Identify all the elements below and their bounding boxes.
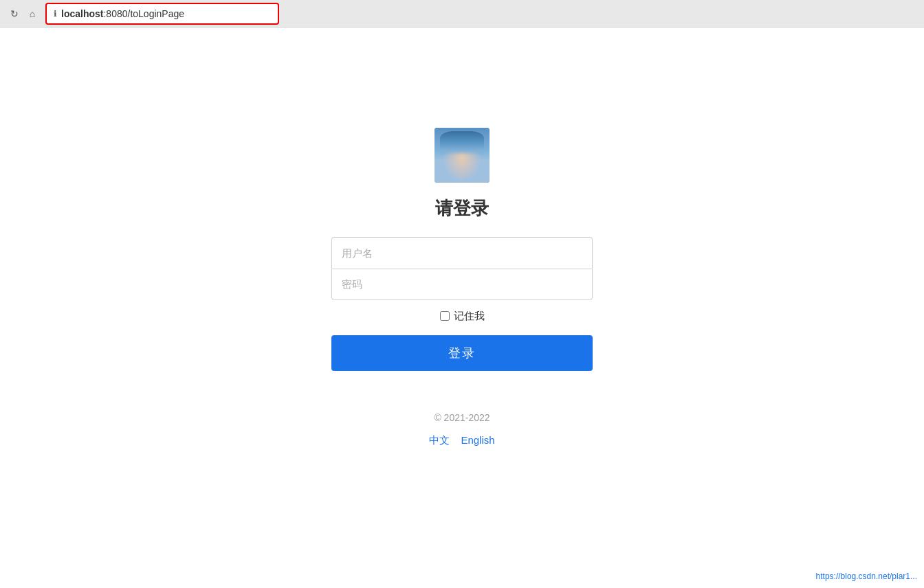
bottom-right-link[interactable]: https://blog.csdn.net/plar1... xyxy=(816,572,917,581)
address-text: localhost:8080/toLoginPage xyxy=(61,8,184,19)
remember-container: 记住我 xyxy=(440,310,485,323)
info-icon: ℹ xyxy=(54,9,57,19)
avatar xyxy=(434,128,490,183)
password-input[interactable] xyxy=(331,269,593,300)
lang-zh-link[interactable]: 中文 xyxy=(429,434,450,447)
copyright-text: © 2021-2022 xyxy=(434,412,490,423)
login-form xyxy=(331,237,593,300)
back-button[interactable]: ↻ xyxy=(8,8,21,20)
nav-buttons: ↻ ⌂ xyxy=(8,8,38,20)
url-host: localhost:8080/toLoginPage xyxy=(61,8,184,19)
browser-chrome: ↻ ⌂ ℹ localhost:8080/toLoginPage xyxy=(0,0,924,27)
login-button[interactable]: 登录 xyxy=(331,335,593,371)
footer-section: © 2021-2022 中文 English xyxy=(429,412,494,447)
lang-en-link[interactable]: English xyxy=(461,434,494,447)
language-links: 中文 English xyxy=(429,434,494,447)
login-container: 请登录 记住我 登录 © 2021-2022 中文 English xyxy=(331,128,593,447)
remember-checkbox[interactable] xyxy=(440,311,450,321)
address-bar[interactable]: ℹ localhost:8080/toLoginPage xyxy=(45,3,279,25)
avatar-container xyxy=(434,128,490,183)
username-input[interactable] xyxy=(331,237,593,269)
remember-label: 记住我 xyxy=(454,310,485,323)
page-title: 请登录 xyxy=(435,196,489,220)
page-content: 请登录 记住我 登录 © 2021-2022 中文 English xyxy=(0,27,924,588)
home-button[interactable]: ⌂ xyxy=(26,8,38,20)
